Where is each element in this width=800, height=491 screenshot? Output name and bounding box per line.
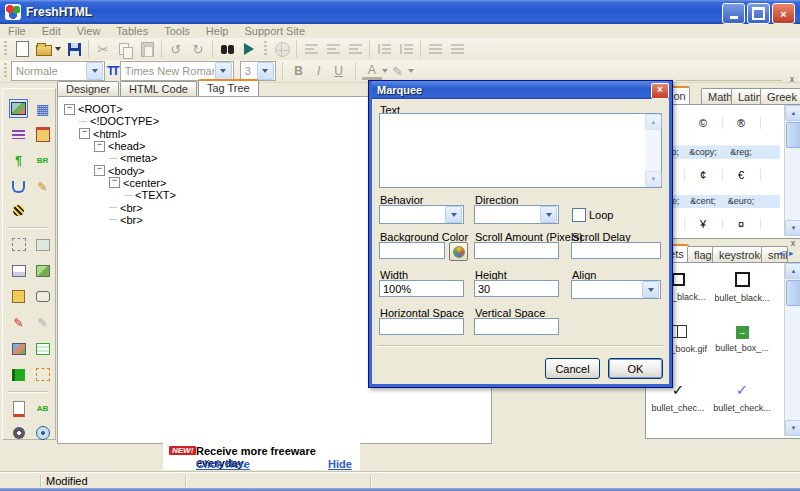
hide-link[interactable]: Hide [328, 458, 352, 470]
insert-anchor-button[interactable] [9, 177, 28, 196]
textarea-scrollbar[interactable]: ▲ ▼ [645, 114, 661, 187]
font-dropdown-icon[interactable] [215, 62, 232, 80]
align-left-button[interactable] [300, 39, 322, 59]
preview-button[interactable] [238, 39, 260, 59]
direction-combobox[interactable] [474, 205, 559, 224]
bold-button[interactable]: B [289, 62, 309, 80]
insert-picture-button[interactable] [33, 261, 52, 280]
horizontal-rule-button[interactable] [9, 125, 28, 144]
char-glyph[interactable]: ¥ [684, 218, 723, 230]
char-glyph[interactable]: ¢ [684, 169, 723, 181]
height-input[interactable] [474, 280, 559, 297]
direction-dropdown-icon[interactable] [540, 206, 557, 223]
copy-button[interactable] [114, 39, 136, 59]
open-button[interactable] [33, 39, 63, 59]
scrollbar-thumb[interactable] [786, 280, 800, 306]
gallery-close-icon[interactable]: x [788, 238, 798, 248]
tree-collapse-icon[interactable] [94, 141, 105, 152]
insert-signature-button[interactable]: ✎ [9, 313, 28, 332]
menu-tables[interactable]: Tables [108, 24, 156, 38]
new-document-button[interactable] [11, 39, 33, 59]
menu-help[interactable]: Help [198, 24, 237, 38]
outdent-button[interactable] [446, 39, 468, 59]
scroll-amount-input[interactable] [474, 242, 559, 259]
insert-date-button[interactable] [33, 125, 52, 144]
char-entity[interactable]: &copy; [684, 147, 723, 157]
tab-smileys[interactable]: smileys [761, 246, 788, 263]
font-color-button[interactable]: A [362, 63, 382, 80]
char-glyph[interactable]: ¤ [722, 218, 761, 230]
align-center-button[interactable] [322, 39, 344, 59]
highlight-dropdown-icon[interactable] [408, 69, 414, 73]
char-glyph[interactable]: ® [722, 117, 761, 129]
save-button[interactable] [63, 39, 85, 59]
behavior-combobox[interactable] [379, 205, 464, 224]
menu-edit[interactable]: Edit [34, 24, 69, 38]
tab-designer[interactable]: Designer [57, 81, 119, 96]
tree-collapse-icon[interactable] [109, 177, 120, 188]
tree-collapse-icon[interactable] [94, 165, 105, 176]
gallery-item[interactable]: ✓ bullet_check... [712, 381, 772, 413]
toolbar-grip[interactable] [4, 63, 7, 79]
character-scrollbar[interactable]: ▲ ▼ [784, 105, 800, 236]
loop-checkbox[interactable] [572, 208, 586, 222]
align-dropdown-icon[interactable] [642, 281, 659, 298]
background-color-input[interactable] [379, 242, 445, 259]
menu-tools[interactable]: Tools [156, 24, 198, 38]
dock-close-icon[interactable]: x [787, 74, 797, 84]
insert-fieldset-button[interactable] [33, 365, 52, 384]
minimize-button[interactable] [722, 3, 745, 24]
find-button[interactable] [216, 39, 238, 59]
marquee-text-input[interactable]: ▲ ▼ [379, 113, 662, 188]
edit-html-button[interactable]: ✎ [33, 177, 52, 196]
gallery-item[interactable]: → bullet_box_... [712, 325, 772, 353]
close-button[interactable]: × [772, 3, 795, 24]
gallery-scrollbar[interactable]: ▲ ▼ [784, 263, 800, 436]
insert-layer-button[interactable] [9, 235, 28, 254]
open-dropdown-icon[interactable] [55, 47, 61, 51]
font-size-dropdown-icon[interactable] [257, 62, 274, 80]
char-entity[interactable]: &euro; [722, 196, 761, 206]
browser-button[interactable] [271, 39, 293, 59]
toolbar-grip[interactable] [264, 41, 267, 57]
insert-button-button[interactable] [9, 287, 28, 306]
tab-greek[interactable]: Greek [760, 88, 800, 105]
scroll-up-icon[interactable]: ▲ [785, 105, 800, 121]
char-entity[interactable]: &cent; [684, 196, 723, 206]
scroll-down-icon[interactable]: ▼ [785, 420, 800, 436]
align-right-button[interactable] [344, 39, 366, 59]
style-combobox[interactable]: Normale [11, 61, 105, 81]
toolbar-grip[interactable] [4, 41, 7, 57]
insert-paragraph-button[interactable]: ¶ [9, 151, 28, 170]
insert-comment-button[interactable] [33, 287, 52, 306]
insert-applet-button[interactable] [9, 201, 28, 220]
highlight-button[interactable]: ✎ [388, 62, 408, 80]
insert-line-break-button[interactable]: BR [33, 151, 52, 170]
numbered-list-button[interactable] [373, 39, 395, 59]
menu-file[interactable]: File [0, 24, 34, 38]
cancel-button[interactable]: Cancel [545, 358, 600, 379]
char-glyph[interactable]: © [684, 117, 723, 129]
edit-disabled-button[interactable]: ✎ [33, 313, 52, 332]
tab-tag-tree[interactable]: Tag Tree [198, 79, 259, 96]
scroll-down-icon[interactable]: ▼ [785, 220, 800, 236]
insert-chart-button[interactable] [9, 339, 28, 358]
insert-script-button[interactable] [9, 399, 28, 418]
underline-button[interactable]: U [329, 62, 349, 80]
insert-book-button[interactable] [9, 365, 28, 384]
tab-scroll-right-icon[interactable]: ▸ [789, 248, 795, 258]
ok-button[interactable]: OK [608, 358, 663, 379]
tree-collapse-icon[interactable] [64, 104, 75, 115]
insert-image-box-button[interactable] [33, 235, 52, 254]
menu-support-site[interactable]: Support Site [236, 24, 313, 38]
insert-textbox-button[interactable] [9, 261, 28, 280]
align-combobox[interactable] [571, 280, 661, 299]
indent-button[interactable] [424, 39, 446, 59]
maximize-button[interactable] [747, 3, 770, 24]
spell-check-button[interactable]: AB [33, 399, 52, 418]
dialog-close-button[interactable]: × [651, 83, 669, 99]
horizontal-space-input[interactable] [379, 318, 464, 335]
paste-button[interactable] [136, 39, 158, 59]
style-dropdown-icon[interactable] [86, 62, 103, 80]
bullet-list-button[interactable] [395, 39, 417, 59]
